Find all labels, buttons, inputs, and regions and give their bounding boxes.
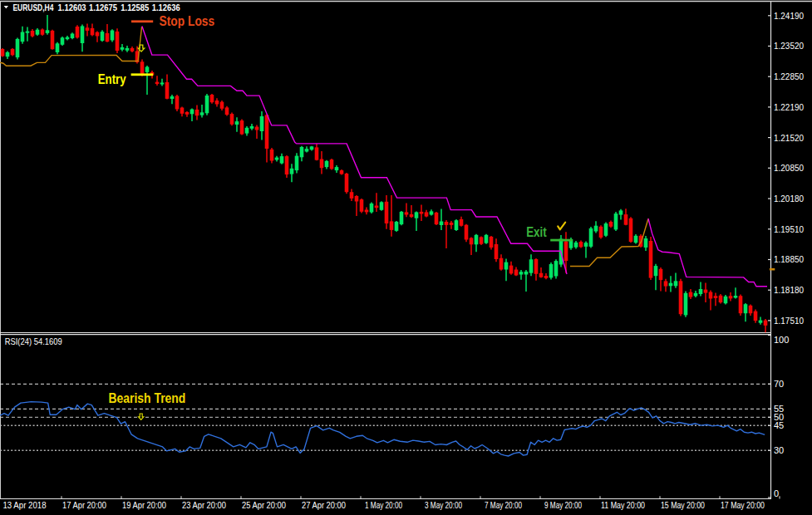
svg-text:45: 45 xyxy=(774,420,784,430)
svg-text:1.20180: 1.20180 xyxy=(774,194,804,204)
svg-text:EURUSD,H4: EURUSD,H4 xyxy=(12,2,54,12)
svg-text:30: 30 xyxy=(774,445,784,455)
svg-text:100: 100 xyxy=(774,335,789,345)
svg-text:11 May 20:00: 11 May 20:00 xyxy=(601,500,645,510)
svg-text:17 Apr 20:00: 17 Apr 20:00 xyxy=(62,500,106,510)
svg-text:Bearish Trend: Bearish Trend xyxy=(108,391,185,405)
svg-text:9 May 20:00: 9 May 20:00 xyxy=(544,500,582,510)
svg-text:23 Apr 20:00: 23 Apr 20:00 xyxy=(182,500,226,510)
svg-text:1.22190: 1.22190 xyxy=(774,102,804,112)
svg-text:15 May 20:00: 15 May 20:00 xyxy=(661,500,705,510)
svg-text:0: 0 xyxy=(774,488,779,498)
svg-text:Exit: Exit xyxy=(526,224,547,239)
svg-text:1.20850: 1.20850 xyxy=(774,163,804,173)
svg-text:25 Apr 20:00: 25 Apr 20:00 xyxy=(242,500,286,510)
svg-text:17 May 20:00: 17 May 20:00 xyxy=(721,500,765,510)
svg-text:RSI(24) 54.1609: RSI(24) 54.1609 xyxy=(5,336,62,346)
svg-text:1.12585: 1.12585 xyxy=(121,2,149,12)
svg-text:Entry: Entry xyxy=(98,72,126,86)
svg-text:1.24190: 1.24190 xyxy=(774,11,804,21)
svg-text:1.19510: 1.19510 xyxy=(774,224,804,234)
svg-text:1 May 20:00: 1 May 20:00 xyxy=(365,500,402,510)
svg-text:70: 70 xyxy=(774,379,784,389)
svg-text:1.22850: 1.22850 xyxy=(774,71,804,81)
svg-text:7 May 20:00: 7 May 20:00 xyxy=(485,500,522,510)
svg-text:1.12675: 1.12675 xyxy=(89,2,117,12)
svg-text:13 Apr 2018: 13 Apr 2018 xyxy=(3,500,47,510)
svg-text:1.12603: 1.12603 xyxy=(58,2,86,12)
svg-text:1.21520: 1.21520 xyxy=(774,133,804,143)
svg-text:Stop Loss: Stop Loss xyxy=(160,13,215,29)
svg-text:1.17510: 1.17510 xyxy=(774,316,804,326)
svg-text:1.18180: 1.18180 xyxy=(774,285,804,295)
svg-text:1.12636: 1.12636 xyxy=(152,2,180,12)
svg-text:1.18850: 1.18850 xyxy=(774,254,804,264)
svg-text:3 May 20:00: 3 May 20:00 xyxy=(425,500,462,510)
svg-text:19 Apr 20:00: 19 Apr 20:00 xyxy=(122,500,166,510)
svg-text:27 Apr 20:00: 27 Apr 20:00 xyxy=(302,500,346,510)
svg-text:1.23520: 1.23520 xyxy=(774,41,804,51)
